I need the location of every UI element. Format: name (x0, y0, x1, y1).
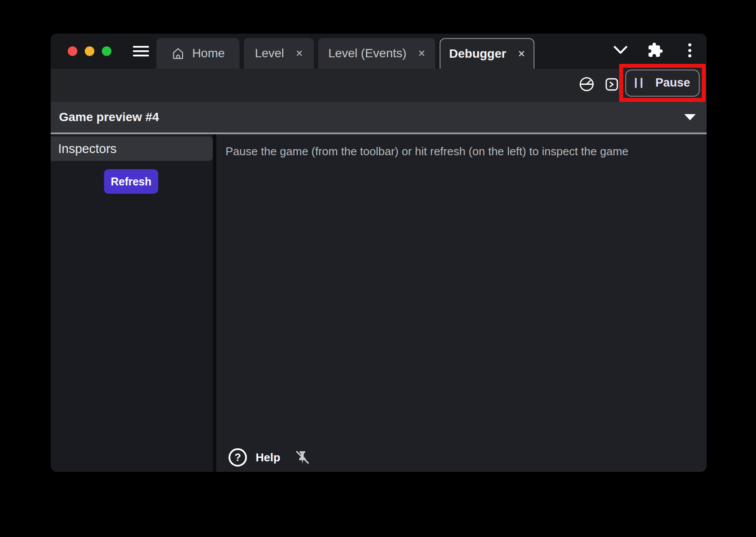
home-icon (171, 47, 185, 60)
tab-level-events[interactable]: Level (Events) × (318, 38, 435, 69)
refresh-button[interactable]: Refresh (104, 169, 158, 194)
debugger-main-panel: Pause the game (from the toolbar) or hit… (216, 134, 707, 472)
tab-debugger[interactable]: Debugger × (440, 38, 534, 69)
close-tab-icon[interactable]: × (518, 48, 525, 60)
annotation-highlight-box: Pause (619, 64, 706, 102)
game-preview-title: Game preview #4 (59, 110, 159, 124)
chevron-down-icon[interactable] (614, 45, 628, 54)
help-icon[interactable]: ? (229, 448, 247, 467)
close-tab-icon[interactable]: × (418, 48, 425, 59)
performance-gauge-icon[interactable] (579, 77, 594, 92)
debugger-toolbar: Pause (51, 69, 707, 102)
tab-level[interactable]: Level × (244, 38, 314, 69)
tab-bar: Home Level × Level (Events) × Debugger × (156, 38, 534, 69)
inspectors-header-label: Inspectors (58, 142, 117, 156)
help-row: ? Help (229, 448, 311, 467)
dropdown-caret-icon[interactable] (684, 114, 696, 120)
more-options-icon[interactable] (687, 43, 693, 57)
tab-label: Debugger (449, 47, 506, 61)
tab-home[interactable]: Home (156, 38, 239, 69)
pause-icon (635, 78, 642, 88)
tab-label: Level (Events) (328, 46, 406, 60)
pause-button-label: Pause (655, 76, 690, 90)
traffic-lights (68, 46, 111, 56)
sidebar-resize-handle[interactable] (213, 134, 216, 472)
app-window: Home Level × Level (Events) × Debugger × (51, 34, 707, 472)
game-preview-header[interactable]: Game preview #4 (51, 102, 707, 133)
tab-label: Level (255, 46, 284, 60)
extensions-puzzle-icon[interactable] (647, 42, 663, 58)
help-label[interactable]: Help (256, 451, 280, 464)
help-icon-glyph: ? (235, 451, 241, 464)
debugger-content: Inspectors Refresh Pause the game (from … (51, 134, 707, 472)
inspectors-sidebar: Inspectors Refresh (51, 134, 213, 472)
titlebar: Home Level × Level (Events) × Debugger × (51, 34, 707, 69)
hamburger-menu-icon[interactable] (133, 46, 149, 56)
close-window-button[interactable] (68, 46, 77, 56)
maximize-window-button[interactable] (102, 46, 111, 56)
minimize-window-button[interactable] (85, 46, 94, 56)
close-tab-icon[interactable]: × (296, 48, 303, 59)
console-icon[interactable] (604, 77, 619, 92)
unpin-icon[interactable] (294, 448, 311, 467)
inspectors-header: Inspectors (51, 136, 213, 161)
tab-label: Home (192, 46, 225, 60)
empty-state-message: Pause the game (from the toolbar) or hit… (225, 145, 628, 158)
pause-button[interactable]: Pause (625, 70, 700, 97)
